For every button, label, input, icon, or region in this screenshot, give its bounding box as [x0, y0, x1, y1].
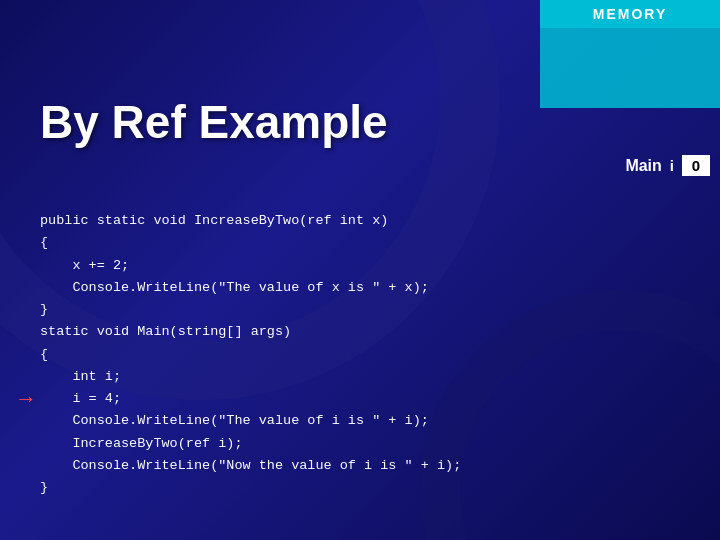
code-line: i = 4; [40, 388, 700, 410]
memory-header: MEMORY [540, 0, 720, 28]
code-line: int i; [40, 366, 700, 388]
page-title: By Ref Example [40, 95, 388, 149]
code-line: Console.WriteLine("The value of x is " +… [40, 277, 700, 299]
i-label: i [670, 157, 674, 174]
code-area: public static void IncreaseByTwo(ref int… [40, 210, 700, 499]
code-line: { [40, 344, 700, 366]
code-line: Console.WriteLine("The value of i is " +… [40, 410, 700, 432]
code-line: Console.WriteLine("Now the value of i is… [40, 455, 700, 477]
memory-panel: MEMORY [540, 0, 720, 108]
code-line: } [40, 299, 700, 321]
code-line: IncreaseByTwo(ref i); [40, 433, 700, 455]
main-label: Main [625, 157, 661, 175]
code-line: { [40, 232, 700, 254]
arrow-indicator: → [15, 388, 37, 410]
code-line: public static void IncreaseByTwo(ref int… [40, 210, 700, 232]
code-line: static void Main(string[] args) [40, 321, 700, 343]
main-row: Main i 0 [625, 155, 710, 176]
code-line: x += 2; [40, 255, 700, 277]
code-line: } [40, 477, 700, 499]
memory-body [540, 28, 720, 108]
i-value-box: 0 [682, 155, 710, 176]
